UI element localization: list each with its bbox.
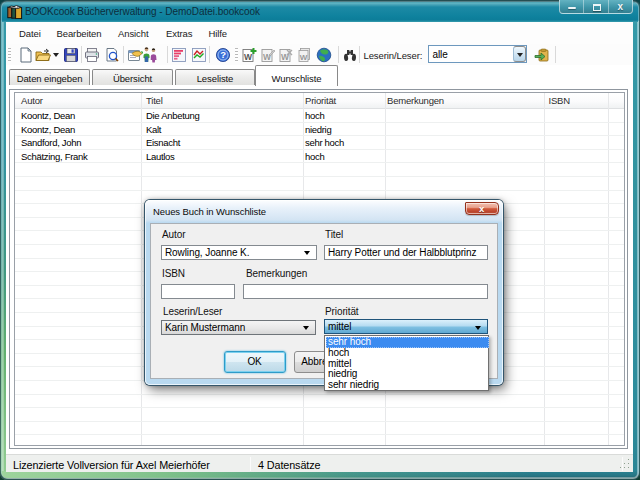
svg-text:W: W	[300, 53, 308, 62]
svg-text:W: W	[244, 52, 253, 62]
svg-text:?: ?	[220, 49, 226, 60]
